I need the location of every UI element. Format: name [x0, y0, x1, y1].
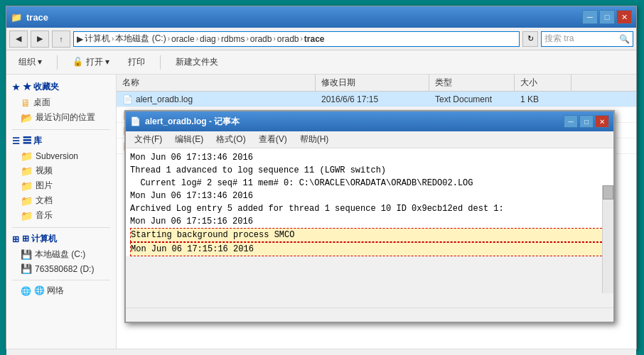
menu-edit[interactable]: 编辑(E) — [169, 132, 209, 147]
back-button[interactable]: ◀ — [9, 31, 28, 48]
sidebar-item-local-disk-c[interactable]: 💾 本地磁盘 (C:) — [6, 247, 116, 262]
notepad-menu-bar: 文件(F) 编辑(E) 格式(O) 查看(V) 帮助(H) — [126, 131, 613, 148]
file-type-cell: Text Document — [429, 94, 515, 104]
notepad-close-button[interactable]: ✕ — [595, 115, 609, 128]
sidebar-item-disk-d[interactable]: 💾 763580682 (D:) — [6, 262, 116, 275]
sidebar-divider-1 — [12, 129, 110, 130]
library-label: ☰ 库 — [23, 135, 42, 147]
notepad-status-bar — [126, 307, 613, 322]
toolbar-row: 组织 ▾ 🔓 打开 ▾ 打印 新建文件夹 — [6, 50, 636, 75]
file-icon: 📄 — [122, 94, 133, 104]
network-label: 🌐 网络 — [34, 285, 64, 297]
column-header-size[interactable]: 大小 — [515, 75, 571, 91]
computer-label: ⊞ 计算机 — [22, 233, 57, 245]
up-button[interactable]: ↑ — [52, 31, 70, 48]
disk-d-label: 763580682 (D:) — [35, 264, 94, 274]
minimize-button[interactable]: ─ — [582, 10, 598, 24]
address-box[interactable]: ▶ 计算机 › 本地磁盘 (C:) › oracle › diag › rdbm… — [73, 31, 520, 47]
subversion-icon: 📁 — [21, 151, 33, 162]
menu-format[interactable]: 格式(O) — [210, 132, 251, 147]
highlighted-line: Mon Jun 06 17:15:16 2016 — [130, 242, 609, 256]
sidebar-item-network[interactable]: 🌐 🌐 网络 — [6, 283, 116, 298]
search-box[interactable]: 搜索 tra 🔍 — [541, 31, 633, 47]
explorer-folder-icon: 📁 — [11, 12, 22, 23]
notepad-minimize-button[interactable]: ─ — [564, 115, 578, 128]
column-header-name[interactable]: 名称 — [117, 75, 316, 91]
notepad-title-controls: ─ □ ✕ — [564, 115, 609, 128]
column-header-date[interactable]: 修改日期 — [316, 75, 429, 91]
address-bar-row: ◀ ▶ ↑ ▶ 计算机 › 本地磁盘 (C:) › oracle › diag … — [6, 28, 636, 50]
notepad-maximize-button[interactable]: □ — [579, 115, 594, 128]
breadcrumb: ▶ 计算机 › 本地磁盘 (C:) › oracle › diag › rdbm… — [77, 33, 325, 45]
videos-label: 视频 — [36, 165, 53, 177]
status-bar — [6, 349, 636, 355]
forward-button[interactable]: ▶ — [31, 31, 49, 48]
notepad-title: alert_oradb.log - 记事本 — [145, 116, 240, 128]
menu-help[interactable]: 帮助(H) — [294, 132, 335, 147]
sidebar: ★ ★ 收藏夹 🖥 桌面 📂 最近访问的位置 ☰ ☰ 库 — [6, 75, 117, 349]
sidebar-item-music[interactable]: 📁 音乐 — [6, 208, 116, 223]
notepad-title-bar: 📄 alert_oradb.log - 记事本 ─ □ ✕ — [126, 111, 613, 131]
refresh-button[interactable]: ↻ — [522, 31, 538, 47]
maximize-button[interactable]: □ — [599, 10, 615, 24]
sidebar-item-videos[interactable]: 📁 视频 — [6, 163, 116, 178]
print-button[interactable]: 打印 — [122, 53, 151, 72]
drive-d-icon: 💾 — [21, 263, 32, 274]
sidebar-item-recent[interactable]: 📂 最近访问的位置 — [6, 110, 116, 125]
sidebar-favorites-header[interactable]: ★ ★ 收藏夹 — [6, 79, 116, 95]
local-disk-label: 本地磁盘 (C:) — [35, 248, 85, 261]
column-header-type[interactable]: 类型 — [429, 75, 515, 91]
sidebar-item-pictures[interactable]: 📁 图片 — [6, 178, 116, 193]
new-folder-button[interactable]: 新建文件夹 — [169, 53, 225, 72]
desktop-label: 桌面 — [33, 97, 50, 109]
open-button[interactable]: 🔓 打开 ▾ — [66, 53, 116, 72]
notepad-title-icon: 📄 — [130, 116, 141, 126]
network-icon: 🌐 — [21, 286, 31, 296]
star-icon: ★ — [12, 82, 20, 92]
explorer-title: trace — [26, 12, 48, 23]
notepad-content[interactable]: Mon Jun 06 17:13:46 2016 Thread 1 advanc… — [126, 148, 613, 256]
music-icon: 📁 — [21, 210, 33, 222]
favorites-section: ★ ★ 收藏夹 🖥 桌面 📂 最近访问的位置 — [6, 79, 116, 125]
pictures-icon: 📁 — [21, 180, 33, 192]
file-date-cell: 2016/6/6 17:15 — [316, 94, 429, 104]
library-section: ☰ ☰ 库 📁 Subversion 📁 视频 📁 图片 📁 文档 — [6, 133, 116, 223]
menu-view[interactable]: 查看(V) — [253, 132, 293, 147]
music-label: 音乐 — [36, 209, 53, 222]
sidebar-item-documents[interactable]: 📁 文档 — [6, 193, 116, 208]
search-icon: 🔍 — [619, 34, 630, 44]
favorites-label: ★ 收藏夹 — [23, 81, 59, 93]
computer-section: ⊞ ⊞ 计算机 💾 本地磁盘 (C:) 💾 763580682 (D:) — [6, 231, 116, 275]
sidebar-divider-2 — [12, 227, 110, 228]
toolbar-separator-1 — [57, 55, 58, 70]
documents-icon: 📁 — [21, 195, 33, 207]
explorer-title-bar: 📁 trace ─ □ ✕ — [6, 6, 636, 28]
notepad-scrollbar[interactable] — [602, 185, 613, 293]
notepad-window: 📄 alert_oradb.log - 记事本 ─ □ ✕ 文件(F) 编辑(E… — [124, 110, 615, 323]
sidebar-library-header[interactable]: ☰ ☰ 库 — [6, 133, 116, 149]
desktop-folder-icon: 🖥 — [21, 97, 31, 109]
sidebar-item-desktop[interactable]: 🖥 桌面 — [6, 95, 116, 110]
file-name-cell: 📄alert_oradb.log — [117, 94, 316, 104]
recent-icon: 📂 — [21, 112, 33, 124]
search-placeholder: 搜索 tra — [544, 33, 574, 45]
recent-label: 最近访问的位置 — [36, 111, 95, 124]
subversion-label: Subversion — [36, 151, 78, 161]
menu-file[interactable]: 文件(F) — [129, 132, 168, 147]
highlighted-line: Starting background process SMCO — [130, 228, 609, 242]
close-button[interactable]: ✕ — [616, 10, 632, 24]
pictures-label: 图片 — [36, 180, 53, 192]
table-row[interactable]: 📄alert_oradb.log 2016/6/6 17:15 Text Doc… — [117, 92, 636, 107]
file-size-cell: 1 KB — [515, 94, 571, 104]
file-list-header: 名称 修改日期 类型 大小 — [117, 75, 636, 92]
sidebar-item-subversion[interactable]: 📁 Subversion — [6, 149, 116, 163]
organize-button[interactable]: 组织 ▾ — [12, 53, 48, 72]
sidebar-computer-header[interactable]: ⊞ ⊞ 计算机 — [6, 231, 116, 247]
explorer-title-controls: ─ □ ✕ — [582, 10, 632, 24]
videos-icon: 📁 — [21, 165, 33, 177]
documents-label: 文档 — [36, 195, 53, 207]
watermark: @ITPUB博客 — [589, 336, 635, 346]
sidebar-divider-3 — [12, 280, 110, 280]
library-icon: ☰ — [12, 136, 20, 146]
toolbar-separator-2 — [160, 55, 161, 70]
